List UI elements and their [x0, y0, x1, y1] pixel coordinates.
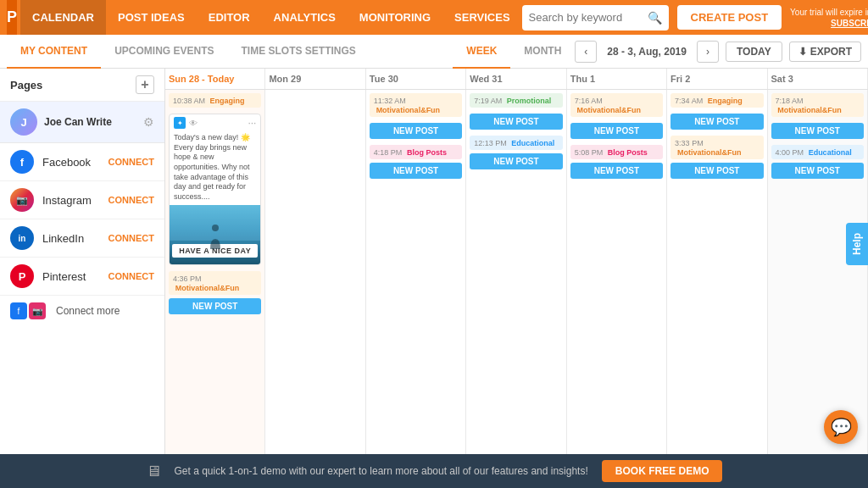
nav-editor[interactable]: EDITOR	[197, 0, 262, 35]
event-thu-2: 5:08 PM Blog Posts NEW POST	[570, 145, 663, 179]
calendar-area: Sun 28 - Today Mon 29 Tue 30 Wed 31 Thu …	[165, 69, 868, 454]
main-layout: Pages + J Joe Can Write ⚙ f Facebook CON…	[0, 69, 868, 454]
new-post-button-thu-2[interactable]: NEW POST	[570, 163, 663, 179]
day-header-tue: Tue 30	[366, 69, 466, 89]
event-thu-1[interactable]: 7:16 AM Motivational&Fun	[570, 93, 663, 117]
pinterest-connect-button[interactable]: CONNECT	[108, 271, 154, 281]
day-col-fri: 7:34 AM Engaging NEW POST 3:33 PM Motiva…	[667, 90, 767, 454]
logo[interactable]: P	[7, 0, 17, 35]
nav-services[interactable]: SERVICES	[442, 0, 522, 35]
new-post-button-sat-2[interactable]: NEW POST	[771, 163, 864, 179]
linkedin-label: LinkedIn	[42, 232, 108, 245]
chat-bubble[interactable]: 💬	[824, 410, 858, 444]
sidebar-item-facebook[interactable]: f Facebook CONNECT	[0, 143, 164, 181]
tab-time-slots[interactable]: TIME SLOTS SETTINGS	[227, 35, 369, 69]
post-card-header: ✦ 👁 ···	[170, 114, 260, 131]
sidebar-item-pinterest[interactable]: P Pinterest CONNECT	[0, 258, 164, 296]
trial-info: Your trial will expire in 14 days SUBSCR…	[790, 7, 868, 29]
tab-week[interactable]: WEEK	[453, 35, 510, 69]
event-sun-2: 4:36 PM Motivational&Fun NEW POST	[169, 271, 261, 314]
event-time-2: 4:36 PM	[173, 274, 202, 283]
facebook-label: Facebook	[42, 156, 108, 169]
new-post-button-tue-1[interactable]: NEW POST	[370, 123, 462, 139]
create-post-button[interactable]: CREATE POST	[677, 5, 782, 30]
demo-icon: 🖥	[146, 463, 161, 480]
calendar-body: 10:38 AM Engaging ✦ 👁 ··· Today's a new …	[165, 90, 868, 454]
tab-upcoming-events[interactable]: UPCOMING EVENTS	[101, 35, 227, 69]
event-fri-1[interactable]: 7:34 AM Engaging	[670, 93, 763, 108]
instagram-label: Instagram	[42, 194, 108, 207]
new-post-button-sun[interactable]: NEW POST	[169, 298, 261, 314]
day-header-sun: Sun 28 - Today	[165, 69, 265, 89]
linkedin-icon: in	[10, 226, 34, 250]
new-post-button-wed-1[interactable]: NEW POST	[470, 114, 562, 130]
help-tab[interactable]: Help	[846, 223, 868, 265]
prev-week-button[interactable]: ‹	[575, 41, 597, 63]
today-button[interactable]: TODAY	[726, 42, 782, 62]
instagram-connect-button[interactable]: CONNECT	[108, 195, 154, 205]
new-post-button-tue-2[interactable]: NEW POST	[370, 163, 462, 179]
nav-post-ideas[interactable]: POST IDEAS	[106, 0, 197, 35]
connect-more-icons: f 📷	[10, 302, 47, 319]
export-button[interactable]: ⬇ EXPORT	[789, 42, 861, 62]
week-navigation: ‹ 28 - 3, Aug, 2019 ›	[575, 41, 719, 63]
connect-more-label: Connect more	[56, 305, 120, 317]
new-post-button-sat-1[interactable]: NEW POST	[771, 123, 864, 139]
logo-text: P	[7, 8, 17, 26]
post-card-icons: ✦	[174, 117, 186, 129]
facebook-icon: f	[10, 150, 34, 174]
sidebar-item-linkedin[interactable]: in LinkedIn CONNECT	[0, 219, 164, 258]
day-col-wed: 7:19 AM Promotional NEW POST 12:13 PM Ed…	[466, 90, 566, 454]
event-sun-1[interactable]: 10:38 AM Engaging	[169, 93, 261, 108]
linkedin-connect-button[interactable]: CONNECT	[108, 233, 154, 243]
next-week-button[interactable]: ›	[697, 41, 719, 63]
new-post-button-fri-1[interactable]: NEW POST	[670, 114, 763, 130]
event-type-2: Motivational&Fun	[175, 284, 240, 292]
nav-analytics[interactable]: ANALYTICS	[262, 0, 348, 35]
event-tue-1[interactable]: 11:32 AM Motivational&Fun	[370, 93, 462, 117]
more-options-button[interactable]: ···	[248, 117, 256, 129]
add-page-button[interactable]: +	[136, 75, 154, 94]
user-row[interactable]: J Joe Can Write ⚙	[0, 102, 164, 143]
nav-calendar[interactable]: CALENDAR	[20, 0, 106, 35]
post-card: ✦ 👁 ··· Today's a new day! 🌟 Every day b…	[169, 114, 261, 265]
banner-text: Get a quick 1-on-1 demo with our expert …	[175, 465, 588, 477]
top-nav: P CALENDAR POST IDEAS EDITOR ANALYTICS M…	[0, 0, 868, 35]
subscribe-link[interactable]: SUBSCRIBE NOW	[790, 18, 868, 29]
tab-my-content[interactable]: MY CONTENT	[7, 35, 101, 69]
mini-fb-icon: f	[10, 302, 27, 319]
download-icon: ⬇	[798, 46, 807, 58]
tabs-bar: MY CONTENT UPCOMING EVENTS TIME SLOTS SE…	[0, 35, 868, 69]
mini-ig-icon: 📷	[29, 302, 46, 319]
search-input[interactable]	[529, 11, 648, 24]
day-header-wed: Wed 31	[466, 69, 566, 89]
facebook-connect-button[interactable]: CONNECT	[108, 157, 154, 167]
pages-label: Pages	[10, 79, 42, 92]
sidebar-item-instagram[interactable]: 📷 Instagram CONNECT	[0, 181, 164, 219]
pinterest-label: Pinterest	[42, 270, 108, 283]
sidebar-header: Pages +	[0, 69, 164, 102]
event-wed-1[interactable]: 7:19 AM Promotional	[470, 93, 562, 108]
day-header-mon: Mon 29	[265, 69, 365, 89]
connect-more-row[interactable]: f 📷 Connect more	[0, 296, 164, 326]
pinterest-icon: P	[10, 264, 34, 288]
user-name: Joe Can Write	[44, 116, 143, 128]
event-tue-2: 4:18 PM Blog Posts NEW POST	[370, 145, 462, 179]
day-header-sat: Sat 3	[768, 69, 868, 89]
day-col-thu: 7:16 AM Motivational&Fun NEW POST 5:08 P…	[567, 90, 667, 454]
tab-month[interactable]: MONTH	[510, 35, 575, 69]
nav-monitoring[interactable]: MONITORING	[348, 0, 442, 35]
avatar-initials: J	[10, 108, 37, 136]
gear-icon[interactable]: ⚙	[143, 115, 154, 129]
book-demo-button[interactable]: BOOK FREE DEMO	[602, 460, 723, 482]
event-wed-2: 12:13 PM Educational NEW POST	[470, 136, 562, 169]
bottom-banner: 🖥 Get a quick 1-on-1 demo with our exper…	[0, 454, 868, 488]
new-post-button-thu-1[interactable]: NEW POST	[570, 123, 663, 139]
new-post-button-wed-2[interactable]: NEW POST	[470, 153, 562, 169]
day-col-sun: 10:38 AM Engaging ✦ 👁 ··· Today's a new …	[165, 90, 265, 454]
post-card-text: Today's a new day! 🌟 Every day brings ne…	[170, 131, 260, 205]
day-header-fri: Fri 2	[667, 69, 767, 89]
twitter-icon: ✦	[174, 117, 186, 129]
event-sat-1[interactable]: 7:18 AM Motivational&Fun	[771, 93, 864, 117]
new-post-button-fri-2[interactable]: NEW POST	[670, 163, 763, 179]
